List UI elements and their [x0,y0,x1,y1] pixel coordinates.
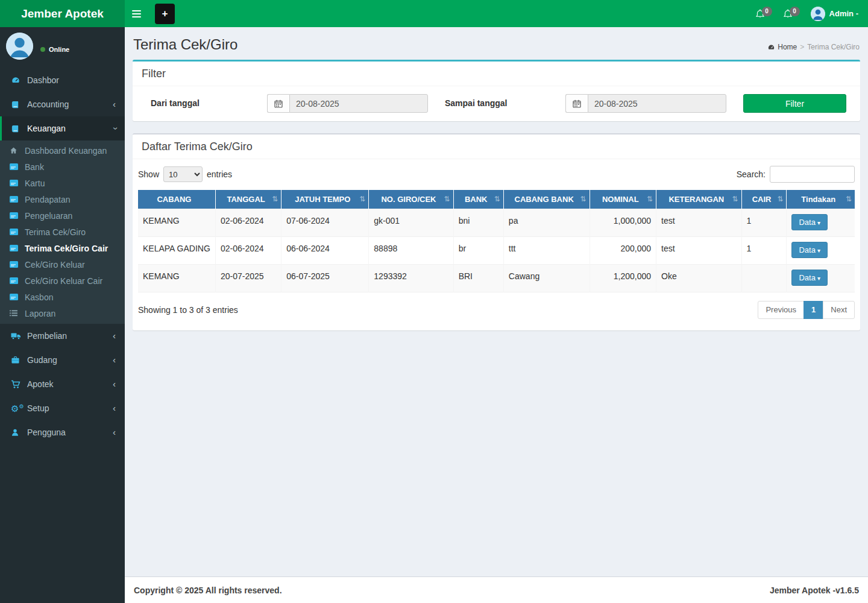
column-header-tanggal[interactable]: TANGGAL⇅ [215,190,281,209]
keuangan-submenu-wrap: Dashboard Keuangan Bank Kartu [0,140,125,324]
column-header-cabang[interactable]: CABANG [138,190,215,209]
filter-button[interactable]: Filter [743,94,846,113]
breadcrumb-home[interactable]: Home [767,43,797,51]
table-header-row: CABANG TANGGAL⇅ JATUH TEMPO⇅ NO. GIRO/CE… [138,190,855,209]
sidebar-item-pengeluaran[interactable]: Pengeluaran [0,207,125,224]
sidebar: Online Dashbor Accounting ‹ Keuangan ‹ [0,27,125,603]
sidebar-item-kasbon[interactable]: Kasbon [0,289,125,305]
chevron-left-icon: ‹ [113,379,116,389]
credit-card-icon [10,294,21,300]
sidebar-item-apotek[interactable]: Apotek ‹ [0,372,125,396]
content-header: Terima Cek/Giro Home > Terima Cek/Giro [125,27,868,60]
row-data-button[interactable]: Data▾ [791,214,828,230]
cell-tanggal: 02-06-2024 [215,209,281,236]
chevron-left-icon: ‹ [113,331,116,341]
cell-no-giro: gk-001 [369,209,453,236]
length-control: Show 10 entries [138,166,232,182]
sidebar-item-label: Terima Cek/Giro [25,227,86,237]
cell-cabang-bank: Cawang [503,264,590,292]
credit-card-icon [10,180,21,186]
version-text: Jember Apotek -v1.6.5 [770,586,859,595]
sidebar-item-label: Laporan [25,309,55,318]
to-date-input[interactable] [588,94,726,113]
sidebar-item-bank[interactable]: Bank [0,159,125,175]
notification-bell-1[interactable]: 0 [755,8,765,19]
cell-jatuh-tempo: 06-06-2024 [281,236,369,264]
column-header-no-giro-cek[interactable]: NO. GIRO/CEK⇅ [369,190,453,209]
app-logo[interactable]: Jember Apotek [0,0,125,27]
cart-icon [11,380,23,389]
sidebar-item-laporan[interactable]: Laporan [0,305,125,321]
pagination-next[interactable]: Next [823,301,855,319]
sidebar-item-setup[interactable]: ⚙⚙ Setup ‹ [0,396,125,420]
sidebar-item-terima-cek-giro-cair[interactable]: Terima Cek/Giro Cair [0,240,125,256]
cell-keterangan: Oke [656,264,741,292]
sidebar-item-dashbor[interactable]: Dashbor [0,68,125,92]
breadcrumb: Home > Terima Cek/Giro [767,43,860,53]
sort-icon: ⇅ [777,195,783,203]
sidebar-item-label: Dashboard Keuangan [25,146,107,156]
column-header-tindakan[interactable]: Tindakan⇅ [787,190,855,209]
sidebar-item-cek-giro-keluar[interactable]: Cek/Giro Keluar [0,256,125,273]
chevron-left-icon: ‹ [113,403,116,413]
page-length-select[interactable]: 10 [163,166,203,182]
table-box-title: Daftar Terima Cek/Giro [133,134,860,159]
search-input[interactable] [770,166,855,183]
column-header-bank[interactable]: BANK⇅ [453,190,503,209]
sidebar-item-kartu[interactable]: Kartu [0,175,125,191]
gears-icon: ⚙⚙ [11,404,23,413]
column-header-nominal[interactable]: NOMINAL⇅ [590,190,656,209]
navbar-right: 0 0 Admin - [755,7,868,21]
credit-card-icon [10,277,21,284]
sort-icon: ⇅ [580,195,586,203]
sidebar-item-pendapatan[interactable]: Pendapatan [0,191,125,207]
sidebar-item-accounting[interactable]: Accounting ‹ [0,92,125,116]
to-date-label: Sampai tanggal [445,98,507,108]
chevron-down-icon: ‹ [110,127,119,130]
plus-icon: + [162,8,168,20]
column-header-jatuh-tempo[interactable]: JATUH TEMPO⇅ [281,190,369,209]
notification-count-badge: 0 [790,7,800,16]
pagination-page-1[interactable]: 1 [804,301,823,319]
sidebar-toggle-icon[interactable] [132,0,150,27]
sort-icon: ⇅ [846,195,852,203]
sidebar-item-gudang[interactable]: Gudang ‹ [0,348,125,372]
row-data-button[interactable]: Data▾ [791,270,828,286]
credit-card-icon [10,261,21,268]
pagination-previous[interactable]: Previous [758,301,804,319]
chevron-left-icon: ‹ [113,355,116,365]
cell-jatuh-tempo: 06-07-2025 [281,264,369,292]
column-header-cair[interactable]: CAIR⇅ [741,190,787,209]
search-label: Search: [737,169,766,179]
sort-icon: ⇅ [359,195,365,203]
cell-cabang: KEMANG [138,209,215,236]
credit-card-icon [10,229,21,235]
credit-card-icon [10,212,21,219]
from-date-input[interactable] [289,94,428,113]
sidebar-item-terima-cek-giro[interactable]: Terima Cek/Giro [0,224,125,240]
sidebar-item-label: Kartu [25,178,45,188]
sidebar-menu: Dashbor Accounting ‹ Keuangan ‹ Dashboa [0,68,125,444]
sidebar-item-label: Accounting [27,99,69,109]
user-icon [11,428,23,437]
add-button[interactable]: + [155,4,175,24]
row-data-button[interactable]: Data▾ [791,242,828,258]
cell-tindakan: Data▾ [787,236,855,264]
cell-cabang-bank: ttt [503,236,590,264]
sidebar-item-label: Pengguna [27,428,66,437]
cell-cair: 1 [741,209,787,236]
filter-box-title: Filter [133,62,860,86]
sort-icon: ⇅ [444,195,450,203]
column-header-keterangan[interactable]: KETERANGAN⇅ [656,190,741,209]
user-panel: Online [0,27,125,65]
sidebar-item-cek-giro-keluar-cair[interactable]: Cek/Giro Keluar Cair [0,273,125,289]
sidebar-item-pembelian[interactable]: Pembelian ‹ [0,324,125,348]
top-header: Jember Apotek + 0 0 [0,0,868,27]
entries-label: entries [207,169,232,179]
column-header-cabang-bank[interactable]: CABANG BANK⇅ [503,190,590,209]
sidebar-item-pengguna[interactable]: Pengguna ‹ [0,420,125,444]
sidebar-item-dashboard-keuangan[interactable]: Dashboard Keuangan [0,142,125,159]
notification-bell-2[interactable]: 0 [783,8,793,19]
user-menu[interactable]: Admin - [811,7,858,21]
sidebar-item-keuangan[interactable]: Keuangan ‹ [0,116,125,140]
